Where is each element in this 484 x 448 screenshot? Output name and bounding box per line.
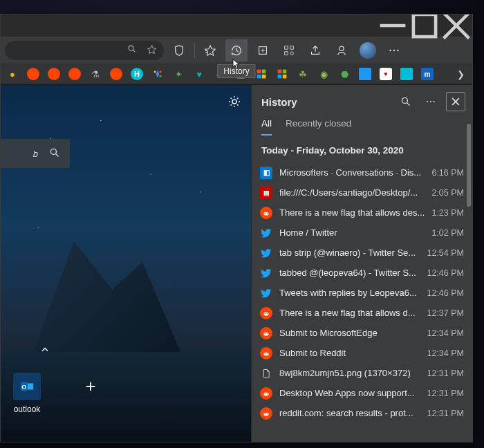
history-row[interactable]: There is a new flag that allows des...1:… (256, 203, 468, 223)
close-button[interactable] (440, 15, 472, 37)
history-row[interactable]: Submit to Reddit12:34 PM (256, 343, 468, 363)
history-close-icon[interactable] (446, 92, 465, 111)
history-row[interactable]: There is a new flag that allows d...12:3… (256, 303, 468, 323)
bookmark-item[interactable]: ✦ (172, 68, 185, 80)
bookmark-item[interactable] (359, 68, 371, 80)
history-row-title: Desktop Web Apps now support... (279, 388, 420, 398)
history-icon[interactable]: History (225, 39, 248, 62)
tab-all[interactable]: All (261, 118, 272, 136)
share-icon[interactable] (304, 39, 326, 62)
svg-point-65 (264, 393, 265, 393)
history-row[interactable]: ▤file:///C:/Users/santiago/Desktop/...2:… (256, 183, 468, 203)
history-row[interactable]: Desktop Web Apps now support...12:31 PM (256, 383, 468, 403)
svg-point-44 (434, 101, 435, 102)
twitter-icon (260, 247, 272, 259)
history-more-icon[interactable] (421, 92, 440, 111)
more-menu-icon[interactable] (383, 39, 405, 62)
history-date-header: Today - Friday, October 30, 2020 (256, 141, 468, 162)
history-search-icon[interactable] (396, 92, 416, 111)
bookmark-item[interactable]: ♥ (193, 68, 205, 80)
svg-point-66 (267, 393, 268, 393)
bookmark-item[interactable] (400, 68, 413, 80)
svg-text:O: O (21, 384, 26, 391)
history-row-time: 12:46 PM (427, 288, 464, 298)
bing-icon: b (33, 149, 38, 159)
history-row-title: Submit to MicrosoftEdge (279, 328, 420, 338)
history-row-time: 2:05 PM (431, 188, 464, 198)
tile-outlook[interactable]: O outlook (8, 373, 46, 414)
bookmark-item[interactable]: ☘ (297, 68, 309, 80)
web-capture-icon[interactable] (278, 39, 300, 62)
collections-icon[interactable] (252, 39, 274, 62)
svg-rect-28 (278, 70, 282, 74)
bookmark-item[interactable] (110, 68, 122, 80)
ntp-search-bar[interactable]: b (1, 139, 70, 168)
svg-point-18 (389, 49, 391, 51)
bookmark-item[interactable]: ⚗ (89, 68, 102, 80)
history-row[interactable]: Home / Twitter1:02 PM (256, 223, 468, 243)
feedback-icon[interactable] (331, 39, 353, 62)
svg-point-4 (129, 46, 133, 50)
history-row-time: 6:16 PM (431, 168, 464, 178)
shield-icon[interactable] (168, 39, 190, 62)
history-row[interactable]: Tweets with replies by Leopeva6...12:46 … (256, 283, 468, 303)
svg-point-56 (263, 332, 268, 335)
bookmark-item[interactable] (255, 68, 268, 80)
bookmark-item[interactable]: m (421, 68, 434, 80)
browser-toolbar: History (1, 37, 472, 64)
svg-line-5 (133, 50, 135, 52)
bookmark-item[interactable]: ◉ (317, 68, 330, 80)
bookmark-item[interactable] (68, 68, 81, 80)
expand-tiles-icon[interactable] (39, 344, 50, 357)
history-row-time: 1:23 PM (431, 208, 464, 218)
svg-point-61 (264, 353, 265, 353)
history-row[interactable]: Submit to MicrosoftEdge12:34 PM (256, 323, 468, 343)
history-panel-title: History (261, 96, 391, 108)
star-icon[interactable] (147, 44, 157, 57)
history-panel-header: History (252, 85, 472, 115)
background-mountain (28, 227, 180, 366)
bookmarks-overflow-icon[interactable]: ❯ (454, 68, 467, 80)
history-row[interactable]: tab strip (@winaero) - Twitter Se...12:5… (256, 243, 468, 263)
history-row[interactable]: 8wj8km2umjn51.png (1370×372)12:31 PM (256, 363, 468, 383)
bookmark-item[interactable]: H (131, 68, 143, 80)
tab-recently-closed[interactable]: Recently closed (286, 118, 351, 136)
history-row[interactable]: ◧Microsofters · Conversations · Dis...6:… (256, 162, 468, 183)
history-row[interactable]: tabbed @(leopeva64) - Twitter S...12:46 … (256, 263, 468, 283)
page-settings-icon[interactable] (227, 95, 241, 111)
minimize-button[interactable] (377, 15, 409, 37)
history-row-title: tabbed @(leopeva64) - Twitter S... (279, 268, 420, 278)
bookmark-item[interactable]: ⬣ (338, 68, 351, 80)
history-row-title: Tweets with replies by Leopeva6... (279, 288, 420, 298)
address-bar[interactable] (5, 41, 164, 60)
history-row-time: 12:54 PM (427, 248, 464, 258)
history-row[interactable]: reddit.com: search results - prot...12:3… (256, 403, 468, 423)
bookmark-item[interactable] (48, 68, 60, 80)
favorites-icon[interactable] (199, 39, 221, 62)
svg-point-54 (267, 312, 268, 313)
bookmark-item[interactable]: ● (6, 68, 19, 80)
bookmark-item[interactable] (276, 68, 288, 80)
zoom-icon[interactable] (127, 44, 137, 56)
search-icon (49, 147, 60, 160)
bookmark-item[interactable] (151, 68, 164, 80)
bookmark-item[interactable] (27, 68, 39, 80)
reddit-icon (260, 307, 272, 319)
history-tabs: All Recently closed (252, 115, 472, 136)
bookmark-item[interactable]: ♥ (380, 68, 392, 80)
twitter-icon (260, 227, 272, 239)
tile-add[interactable] (71, 373, 110, 414)
svg-rect-15 (285, 51, 288, 55)
window-titlebar (1, 15, 472, 37)
svg-point-69 (264, 413, 265, 413)
svg-point-17 (339, 46, 344, 50)
twitter-icon (260, 267, 272, 279)
history-tooltip: History (217, 64, 255, 78)
twitter-icon (260, 287, 272, 299)
svg-rect-24 (257, 70, 261, 74)
profile-avatar[interactable] (360, 42, 376, 59)
history-row-title: Microsofters · Conversations · Dis... (279, 167, 425, 178)
history-scrollbar[interactable] (467, 124, 471, 207)
history-row-title: There is a new flag that allows des... (279, 207, 425, 218)
maximize-button[interactable] (409, 15, 440, 37)
